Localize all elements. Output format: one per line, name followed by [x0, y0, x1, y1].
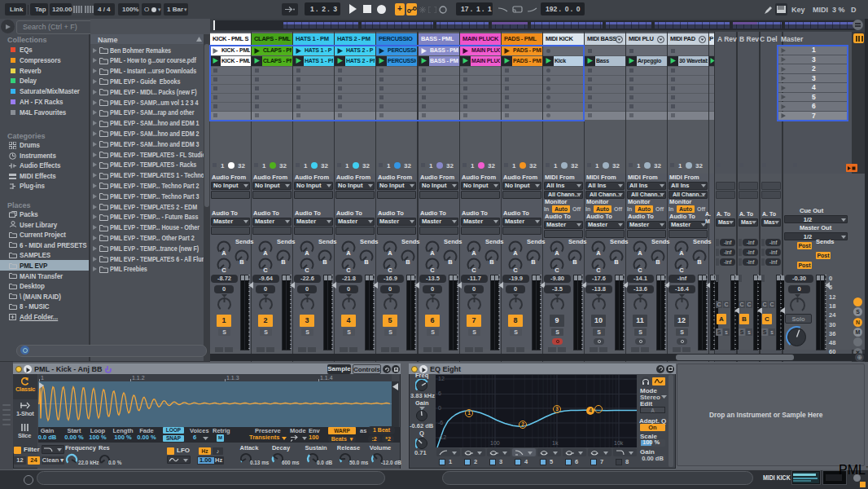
svg-text:A: A	[596, 249, 601, 257]
svg-text:B: B	[614, 258, 619, 266]
svg-text:B: B	[572, 258, 577, 266]
svg-text:A: A	[513, 249, 518, 257]
svg-text:A: A	[430, 249, 435, 257]
svg-text:A: A	[305, 249, 309, 257]
svg-text:C: C	[346, 267, 351, 274]
svg-text:C: C	[388, 267, 392, 274]
svg-text:A: A	[388, 249, 392, 257]
svg-text:A: A	[555, 249, 559, 257]
svg-text:A: A	[679, 249, 684, 257]
svg-text:C: C	[471, 267, 476, 274]
svg-text:C: C	[596, 267, 601, 274]
svg-text:C: C	[221, 267, 226, 274]
svg-text:A: A	[346, 249, 351, 257]
svg-text:C: C	[679, 267, 684, 274]
svg-text:B: B	[406, 258, 410, 266]
svg-text:B: B	[364, 258, 369, 266]
svg-text:B: B	[655, 258, 660, 266]
svg-text:C: C	[430, 267, 435, 274]
svg-text:C: C	[263, 267, 268, 274]
svg-text:A: A	[638, 249, 642, 257]
svg-text:C: C	[513, 267, 518, 274]
svg-text:A: A	[471, 249, 476, 257]
svg-text:A: A	[221, 249, 226, 257]
svg-text:B: B	[322, 258, 327, 266]
svg-text:C: C	[555, 267, 559, 274]
svg-text:B: B	[281, 258, 286, 266]
svg-text:B: B	[239, 258, 244, 266]
svg-text:B: B	[531, 258, 536, 266]
svg-text:A: A	[263, 249, 268, 257]
svg-text:C: C	[305, 267, 309, 274]
svg-text:B: B	[697, 258, 702, 266]
svg-text:B: B	[489, 258, 494, 266]
svg-text:B: B	[448, 258, 453, 266]
svg-text:C: C	[638, 267, 642, 274]
